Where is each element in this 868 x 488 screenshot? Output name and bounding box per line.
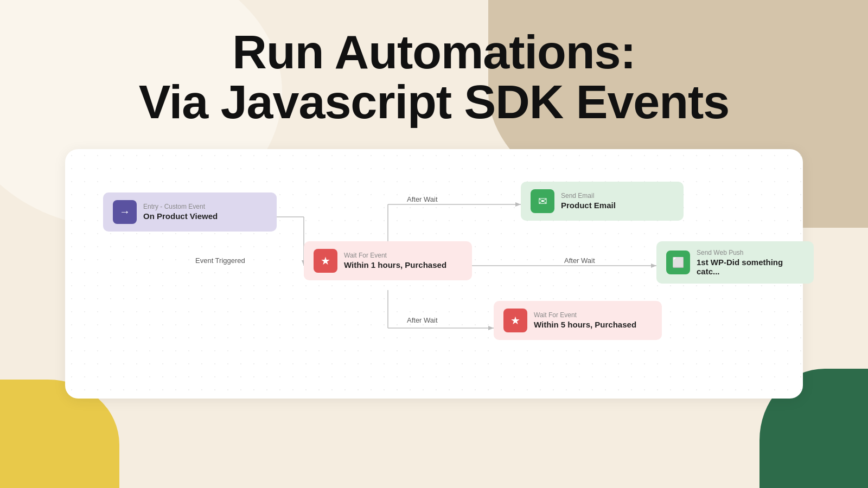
wait-event-2-name: Within 5 hours, Purchased: [534, 320, 636, 329]
entry-icon: →: [113, 200, 137, 224]
edge-event-triggered: Event Triggered: [195, 256, 245, 265]
title-line2: Via Javascript SDK Events: [139, 77, 730, 127]
send-email-name: Product Email: [561, 201, 616, 210]
wait-event-1-node: ★ Wait For Event Within 1 hours, Purchas…: [304, 241, 472, 280]
diagram-container: → Entry - Custom Event On Product Viewed…: [65, 149, 803, 399]
title-block: Run Automations: Via Javascript SDK Even…: [139, 27, 730, 127]
entry-arrow-icon: →: [119, 206, 130, 218]
edge-after-wait-bot: After Wait: [407, 316, 438, 324]
send-email-label: Send Email: [561, 192, 616, 200]
main-title: Run Automations: Via Javascript SDK Even…: [139, 27, 730, 127]
wait-event-2-text: Wait For Event Within 5 hours, Purchased: [534, 311, 636, 329]
envelope-icon: ✉: [538, 195, 547, 208]
wait-event-2-label: Wait For Event: [534, 311, 636, 319]
title-line1: Run Automations:: [139, 27, 730, 77]
send-push-node: ⬜ Send Web Push 1st WP-Did something cat…: [656, 241, 814, 284]
svg-marker-7: [651, 264, 656, 268]
entry-label: Entry - Custom Event: [143, 203, 218, 210]
edge-after-wait-mid: After Wait: [564, 256, 595, 265]
send-push-label: Send Web Push: [697, 249, 804, 256]
wait-event-2-node: ★ Wait For Event Within 5 hours, Purchas…: [494, 301, 662, 340]
svg-marker-5: [515, 202, 521, 207]
send-push-text: Send Web Push 1st WP-Did something catc.…: [697, 249, 804, 276]
wait-event-1-icon: ★: [314, 249, 337, 273]
star-icon-2: ★: [510, 314, 520, 327]
wait-event-1-label: Wait For Event: [344, 252, 446, 259]
send-email-text: Send Email Product Email: [561, 192, 616, 210]
send-push-name: 1st WP-Did something catc...: [697, 258, 804, 276]
flow-area: → Entry - Custom Event On Product Viewed…: [87, 176, 781, 371]
svg-marker-10: [488, 326, 494, 330]
page-content: Run Automations: Via Javascript SDK Even…: [0, 0, 868, 488]
wait-event-1-text: Wait For Event Within 1 hours, Purchased: [344, 252, 446, 269]
entry-node: → Entry - Custom Event On Product Viewed: [103, 192, 277, 232]
wait-event-1-name: Within 1 hours, Purchased: [344, 260, 446, 269]
entry-text: Entry - Custom Event On Product Viewed: [143, 203, 218, 221]
star-icon-1: ★: [321, 254, 330, 267]
edge-after-wait-top: After Wait: [407, 195, 438, 203]
send-email-icon: ✉: [531, 189, 554, 213]
send-email-node: ✉ Send Email Product Email: [521, 182, 684, 221]
wait-event-2-icon: ★: [503, 309, 527, 332]
entry-name: On Product Viewed: [143, 211, 218, 221]
send-push-icon: ⬜: [666, 251, 690, 274]
monitor-icon: ⬜: [672, 256, 684, 268]
